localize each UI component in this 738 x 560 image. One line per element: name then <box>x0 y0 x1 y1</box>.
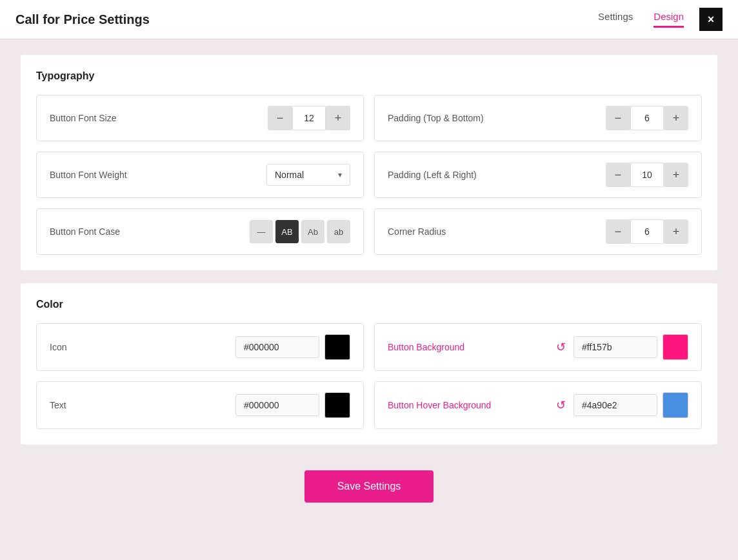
button-hover-background-label: Button Hover Background <box>388 400 491 410</box>
button-font-size-stepper: − 12 + <box>268 106 350 130</box>
tab-bar: Settings Design <box>598 11 684 28</box>
field-button-font-size: Button Font Size − 12 + <box>36 95 364 141</box>
field-corner-radius: Corner Radius − 6 + <box>374 208 702 255</box>
button-font-case-label: Button Font Case <box>50 226 120 237</box>
button-font-weight-dropdown[interactable]: Normal ▾ <box>266 164 350 186</box>
typography-card: Typography Button Font Size − 12 + Paddi… <box>21 55 717 270</box>
button-background-input[interactable] <box>573 336 657 358</box>
corner-radius-label: Corner Radius <box>388 226 446 237</box>
color-card: Color Icon Button Background ↺ <box>21 283 717 445</box>
corner-radius-stepper: − 6 + <box>606 219 688 244</box>
padding-left-right-decrement[interactable]: − <box>606 163 630 187</box>
field-button-background: Button Background ↺ <box>374 323 702 371</box>
close-button[interactable]: × <box>699 8 723 31</box>
text-color-label: Text <box>50 400 66 410</box>
padding-top-bottom-label: Padding (Top & Bottom) <box>388 113 484 123</box>
padding-left-right-increment[interactable]: + <box>664 163 688 187</box>
typography-grid: Button Font Size − 12 + Padding (Top & B… <box>36 95 702 255</box>
save-area: Save Settings <box>0 460 738 518</box>
corner-radius-decrement[interactable]: − <box>606 219 630 244</box>
icon-color-field <box>235 334 350 360</box>
tab-settings[interactable]: Settings <box>598 11 633 28</box>
main-content: Typography Button Font Size − 12 + Paddi… <box>0 39 738 460</box>
button-font-size-label: Button Font Size <box>50 113 117 123</box>
padding-top-bottom-stepper: − 6 + <box>606 106 688 130</box>
padding-left-right-stepper: − 10 + <box>606 163 688 187</box>
button-hover-background-input[interactable] <box>573 394 657 416</box>
icon-color-label: Icon <box>50 342 66 352</box>
header: Call for Price Settings Settings Design … <box>0 0 738 39</box>
button-font-weight-label: Button Font Weight <box>50 170 127 180</box>
corner-radius-increment[interactable]: + <box>664 219 688 244</box>
typography-title: Typography <box>36 70 702 82</box>
button-hover-background-field: ↺ <box>556 392 688 418</box>
button-hover-background-swatch[interactable] <box>663 392 688 418</box>
font-case-capitalize[interactable]: Ab <box>301 220 324 243</box>
field-padding-left-right: Padding (Left & Right) − 10 + <box>374 152 702 198</box>
padding-top-bottom-value: 6 <box>630 106 664 130</box>
button-background-field: ↺ <box>556 334 688 360</box>
field-padding-top-bottom: Padding (Top & Bottom) − 6 + <box>374 95 702 141</box>
button-font-size-increment[interactable]: + <box>326 106 350 130</box>
button-font-size-decrement[interactable]: − <box>268 106 292 130</box>
font-case-uppercase[interactable]: AB <box>275 220 299 243</box>
padding-top-bottom-increment[interactable]: + <box>664 106 688 130</box>
text-color-input[interactable] <box>235 394 319 416</box>
field-button-hover-background: Button Hover Background ↺ <box>374 381 702 429</box>
button-font-weight-value: Normal <box>275 170 304 180</box>
text-color-field <box>235 392 350 418</box>
padding-left-right-value: 10 <box>630 163 664 187</box>
button-font-size-value: 12 <box>292 106 326 130</box>
corner-radius-value: 6 <box>630 219 664 244</box>
text-color-swatch[interactable] <box>324 392 350 418</box>
field-icon-color: Icon <box>36 323 364 371</box>
font-case-group: — AB Ab ab <box>250 220 350 243</box>
reset-button-background-icon[interactable]: ↺ <box>556 340 566 354</box>
chevron-down-icon: ▾ <box>338 170 342 179</box>
tab-design[interactable]: Design <box>653 11 684 28</box>
color-grid: Icon Button Background ↺ Text <box>36 323 702 429</box>
padding-top-bottom-decrement[interactable]: − <box>606 106 630 130</box>
icon-color-swatch[interactable] <box>324 334 350 360</box>
icon-color-input[interactable] <box>235 336 319 358</box>
button-background-label: Button Background <box>388 342 464 352</box>
field-text-color: Text <box>36 381 364 429</box>
save-settings-button[interactable]: Save Settings <box>304 470 434 503</box>
color-title: Color <box>36 299 702 310</box>
font-case-lowercase[interactable]: ab <box>327 220 350 243</box>
page-title: Call for Price Settings <box>15 12 598 27</box>
reset-button-hover-background-icon[interactable]: ↺ <box>556 398 566 412</box>
font-case-none[interactable]: — <box>250 220 273 243</box>
field-button-font-case: Button Font Case — AB Ab ab <box>36 208 364 255</box>
button-background-swatch[interactable] <box>663 334 688 360</box>
field-button-font-weight: Button Font Weight Normal ▾ <box>36 152 364 198</box>
padding-left-right-label: Padding (Left & Right) <box>388 170 477 180</box>
